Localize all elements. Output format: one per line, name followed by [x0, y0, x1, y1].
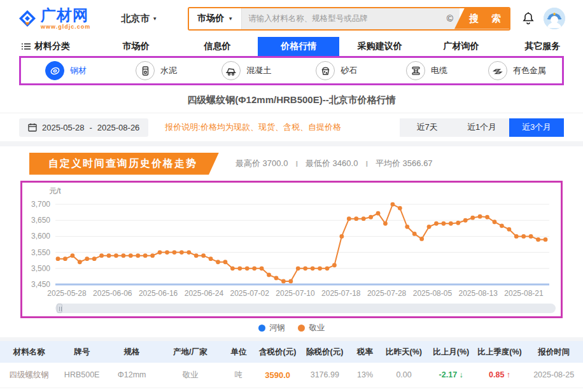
- nav-item-1[interactable]: 材料分类: [0, 37, 95, 56]
- stat-item: 最高价 3700.0: [235, 158, 288, 169]
- top-header: 广材网 www.gldjc.com 北京市 ▼ 市场价 ▼ © 搜 索: [0, 0, 583, 37]
- category-label: 混凝土: [246, 65, 271, 76]
- svg-text:2025-06-16: 2025-06-16: [139, 289, 178, 298]
- chevron-down-icon: ▼: [152, 16, 157, 22]
- cell-vs_month: -2.17 ↓: [428, 388, 475, 392]
- col-header-no_tax_price: 除税价(元): [300, 341, 350, 363]
- user-avatar[interactable]: [544, 8, 565, 29]
- nav-item-5[interactable]: 采购建议价: [339, 37, 421, 56]
- col-header-producer: 产地/厂家: [158, 341, 222, 363]
- svg-text:3,600: 3,600: [31, 232, 50, 241]
- cell-tax_rate: 13%: [350, 388, 381, 392]
- legend-dot-icon: [298, 325, 305, 332]
- col-header-tax_price: 含税价(元): [255, 341, 300, 363]
- stat-item: 最低价 3460.0: [306, 158, 358, 169]
- date-end: 2025-08-26: [97, 123, 140, 132]
- steel-icon: [45, 61, 64, 80]
- svg-text:3,500: 3,500: [31, 264, 50, 273]
- range-button-1[interactable]: 近7天: [400, 118, 454, 137]
- legend-item-河钢[interactable]: 河钢: [258, 323, 285, 333]
- search-input[interactable]: [242, 14, 444, 23]
- col-header-tax_rate: 税率: [350, 341, 381, 363]
- category-tab-5[interactable]: 电缆: [382, 61, 472, 80]
- svg-text:3,550: 3,550: [31, 248, 50, 257]
- category-tab-4[interactable]: 砂石: [292, 61, 382, 80]
- cell-unit: 吨: [222, 363, 255, 388]
- nav-item-label: 信息价: [204, 41, 231, 52]
- category-tab-2[interactable]: 水泥: [111, 61, 202, 80]
- col-header-vs_yesterday: 比昨天(%): [381, 341, 428, 363]
- svg-text:3,650: 3,650: [31, 216, 50, 225]
- table-row[interactable]: 四级螺纹钢HRB500EΦ12mm敬业吨3590.03176.9913%0.00…: [0, 363, 583, 388]
- cell-producer: 河钢: [158, 388, 222, 392]
- nav-item-4[interactable]: 价格行情: [258, 37, 339, 56]
- chart-banner: 自定义时间查询历史价格走势: [29, 153, 219, 175]
- category-label: 电缆: [431, 65, 447, 76]
- search-category-select[interactable]: 市场价 ▼: [189, 8, 242, 29]
- cell-tax_rate: 13%: [350, 363, 381, 388]
- svg-text:2025-08-13: 2025-08-13: [459, 289, 498, 298]
- svg-text:2025-05-28: 2025-05-28: [47, 289, 87, 298]
- nav-item-7[interactable]: 其它服务: [502, 37, 583, 56]
- datazoom-left-handle[interactable]: [57, 304, 62, 313]
- cell-vs_quarter: 0.85 ↑: [475, 363, 525, 388]
- legend-label: 敬业: [309, 323, 325, 333]
- nav-item-6[interactable]: 广材询价: [421, 37, 502, 56]
- cell-vs_month: -2.17 ↓: [428, 363, 475, 388]
- table-row[interactable]: 四级螺纹钢HRB500EΦ12mm河钢吨3590.03176.9913%0.00…: [0, 388, 583, 392]
- category-tab-3[interactable]: 混凝土: [201, 61, 292, 80]
- cell-producer: 敬业: [158, 363, 222, 388]
- col-header-vs_month: 比上月(%): [428, 341, 475, 363]
- nav-item-label: 广材询价: [444, 41, 479, 52]
- list-icon: [22, 43, 31, 50]
- date-range-picker[interactable]: 2025-05-28 - 2025-08-26: [19, 118, 148, 137]
- range-button-3[interactable]: 近3个月: [509, 118, 564, 137]
- cell-grade: HRB500E: [59, 388, 106, 392]
- range-button-2[interactable]: 近1个月: [454, 118, 509, 137]
- chart-card: 自定义时间查询历史价格走势 最高价 3700.0I最低价 3460.0I平均价 …: [0, 146, 583, 337]
- site-logo[interactable]: 广材网 www.gldjc.com: [18, 8, 90, 30]
- category-tab-1[interactable]: 钢材: [21, 61, 111, 80]
- price-line-chart[interactable]: 3,4503,5003,5503,6003,6503,7002025-05-28…: [22, 183, 559, 300]
- date-start: 2025-05-28: [42, 123, 85, 132]
- legend-item-敬业[interactable]: 敬业: [298, 323, 325, 333]
- col-header-quote_date: 报价时间: [524, 341, 583, 363]
- time-range-group: 近7天近1个月近3个月: [400, 118, 564, 137]
- notification-bell-icon[interactable]: [522, 11, 535, 25]
- category-label: 钢材: [70, 65, 87, 76]
- svg-text:2025-06-24: 2025-06-24: [185, 289, 224, 298]
- chart-highlight-box: 元/t 3,4503,5003,5503,6003,6503,7002025-0…: [20, 181, 563, 318]
- category-tab-6[interactable]: 有色金属: [472, 61, 562, 80]
- cell-no_tax_price: 3176.99: [300, 363, 350, 388]
- legend-label: 河钢: [269, 323, 285, 333]
- svg-text:2025-07-18: 2025-07-18: [321, 289, 361, 298]
- cable-icon: [406, 61, 425, 80]
- chart-legend: 河钢敬业: [0, 318, 583, 337]
- chevron-down-icon: ▼: [228, 16, 233, 22]
- logo-diamond-icon: [18, 9, 37, 28]
- price-table: 材料名称牌号规格产地/厂家单位含税价(元)除税价(元)税率比昨天(%)比上月(%…: [0, 341, 583, 392]
- cell-quote_date: 2025-08-25: [524, 388, 583, 392]
- svg-text:2025-08-05: 2025-08-05: [413, 289, 453, 298]
- legend-dot-icon: [258, 325, 265, 332]
- price-table-section: 材料名称牌号规格产地/厂家单位含税价(元)除税价(元)税率比昨天(%)比上月(%…: [0, 341, 583, 392]
- main-nav: 材料分类市场价信息价价格行情采购建议价广材询价其它服务: [0, 37, 583, 56]
- nav-item-3[interactable]: 信息价: [177, 37, 258, 56]
- datazoom-slider[interactable]: [55, 304, 556, 313]
- table-header-row: 材料名称牌号规格产地/厂家单位含税价(元)除税价(元)税率比昨天(%)比上月(%…: [0, 341, 583, 363]
- concrete-icon: [221, 61, 241, 80]
- y-axis-unit: 元/t: [49, 186, 61, 197]
- nav-item-2[interactable]: 市场价: [95, 37, 177, 56]
- search-button[interactable]: 搜 索: [454, 8, 509, 29]
- stat-item: 平均价 3566.67: [376, 158, 433, 169]
- city-selector[interactable]: 北京市 ▼: [121, 13, 157, 25]
- col-header-name: 材料名称: [0, 341, 59, 363]
- cell-tax_price: 3590.0: [255, 388, 300, 392]
- category-label: 水泥: [160, 65, 177, 76]
- quote-note: 报价说明:价格均为现款、现货、含税、自提价格: [165, 122, 341, 133]
- logo-url: www.gldjc.com: [41, 24, 90, 30]
- cell-no_tax_price: 3176.99: [300, 388, 350, 392]
- date-separator: -: [90, 123, 92, 132]
- cement-icon: [136, 61, 155, 80]
- svg-text:2025-06-06: 2025-06-06: [93, 289, 132, 298]
